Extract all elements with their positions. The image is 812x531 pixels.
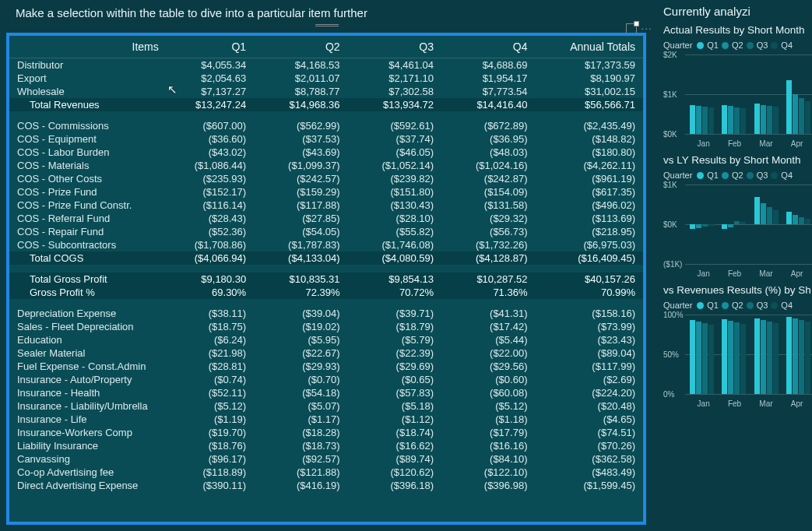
bar[interactable] (786, 80, 792, 134)
bar[interactable] (754, 104, 760, 134)
bar[interactable] (740, 324, 746, 394)
legend-item[interactable]: Q4 (781, 40, 793, 50)
legend-item[interactable]: Q2 (732, 40, 743, 50)
bar[interactable] (761, 203, 766, 224)
legend-item[interactable]: Q1 (707, 171, 719, 180)
column-header-items[interactable]: Items (9, 36, 168, 58)
bar[interactable] (728, 321, 733, 394)
table-row[interactable]: Liability Insurance($18.76)($18.73)($16.… (9, 439, 643, 452)
table-row[interactable]: Gross Profit %69.30%72.39%70.72%71.36%70… (9, 286, 643, 299)
legend-swatch-q3[interactable] (747, 302, 754, 309)
bar[interactable] (696, 322, 701, 394)
table-row[interactable]: Total Revenues$13,247.24$14,968.36$13,93… (9, 98, 643, 111)
bar[interactable] (761, 105, 766, 134)
legend-swatch-q2[interactable] (722, 172, 729, 179)
table-row[interactable]: Insurance - Life($1.19)($1.17)($1.12)($1… (9, 413, 643, 426)
bar-group[interactable] (753, 197, 780, 264)
bar[interactable] (773, 323, 779, 394)
bar-group[interactable] (688, 105, 715, 134)
bar[interactable] (761, 320, 766, 394)
bar[interactable] (722, 319, 727, 394)
legend-swatch-q2[interactable] (722, 302, 729, 309)
table-row[interactable]: COS - Prize Fund Constr.($116.14)($117.8… (9, 199, 643, 212)
legend-item[interactable]: Q4 (781, 301, 793, 310)
bar[interactable] (702, 224, 708, 227)
table-row[interactable]: COS - Other Costs($235.93)($242.57)($239… (9, 172, 643, 185)
bar[interactable] (708, 107, 714, 134)
table-row[interactable]: COS - Materials($1,086.44)($1,099.37)($1… (9, 159, 643, 172)
table-row[interactable]: COS - Repair Fund($52.36)($54.05)($55.82… (9, 225, 643, 238)
legend-swatch-q1[interactable] (697, 42, 704, 49)
legend-item[interactable]: Q2 (732, 171, 743, 180)
bar-group[interactable] (785, 317, 812, 394)
table-row[interactable]: Canvassing($96.17)($92.57)($89.74)($84.1… (9, 452, 643, 466)
bar[interactable] (786, 317, 792, 394)
pnl-table[interactable]: ItemsQ1Q2Q3Q4Annual Totals Distributor$4… (9, 36, 643, 492)
table-row[interactable]: COS - Subcontractors($1,708.86)($1,787.8… (9, 238, 643, 251)
bar[interactable] (734, 107, 740, 134)
bar-group[interactable] (753, 318, 780, 394)
chart-legend[interactable]: QuarterQ1Q2Q3Q4 (663, 301, 812, 310)
bar[interactable] (740, 108, 746, 134)
legend-item[interactable]: Q1 (707, 40, 719, 50)
mini-chart[interactable]: Actual Results by Short MonthQuarterQ1Q2… (660, 24, 812, 148)
bar[interactable] (722, 224, 727, 229)
legend-swatch-q4[interactable] (771, 302, 778, 309)
bar[interactable] (728, 106, 733, 134)
bar[interactable] (799, 320, 804, 394)
bar[interactable] (767, 322, 772, 394)
table-row[interactable]: COS - Equipment($36.60)($37.53)($37.74)(… (9, 132, 643, 146)
column-header-q2[interactable]: Q2 (254, 36, 347, 58)
legend-item[interactable]: Q1 (707, 301, 719, 310)
bar[interactable] (805, 219, 810, 224)
bar[interactable] (728, 224, 733, 227)
bar[interactable] (696, 224, 701, 228)
bar[interactable] (708, 224, 714, 226)
table-row[interactable]: Sealer Material($21.98)($22.67)($22.39)(… (9, 346, 643, 360)
column-header-q4[interactable]: Q4 (441, 36, 535, 58)
legend-swatch-q3[interactable] (747, 172, 754, 179)
table-row[interactable]: Wholesale$7,137.27$8,788.77$7,302.58$7,7… (9, 85, 643, 98)
table-row[interactable]: Co-op Advertising fee($118.89)($121.88)(… (9, 466, 643, 479)
mini-chart[interactable]: vs LY Results by Short MonthQuarterQ1Q2Q… (660, 154, 812, 278)
legend-swatch-q1[interactable] (697, 302, 704, 309)
mini-chart[interactable]: vs Revenues Results (%) by ShQuarterQ1Q2… (660, 284, 812, 408)
bar[interactable] (754, 197, 760, 224)
chart-legend[interactable]: QuarterQ1Q2Q3Q4 (663, 40, 812, 50)
bar[interactable] (722, 105, 727, 134)
table-row[interactable]: Education($6.24)($5.95)($5.79)($5.44)($2… (9, 333, 643, 346)
table-row[interactable]: Distributor$4,055.34$4,168.53$4,461.04$4… (9, 58, 643, 72)
legend-swatch-q2[interactable] (722, 42, 729, 49)
legend-item[interactable]: Q4 (781, 171, 793, 180)
legend-item[interactable]: Q2 (732, 301, 743, 310)
bar[interactable] (702, 107, 708, 134)
table-row[interactable]: Insurance - Health($52.11)($54.18)($57.8… (9, 386, 643, 399)
table-row[interactable]: COS - Labor Burden($43.02)($43.69)($46.0… (9, 146, 643, 159)
table-row[interactable]: Export$2,054.63$2,011.07$2,171.10$1,954.… (9, 72, 643, 85)
bar[interactable] (799, 217, 804, 224)
bar-group[interactable] (785, 80, 812, 134)
column-header-q3[interactable]: Q3 (348, 36, 441, 58)
bar-group[interactable] (688, 320, 715, 394)
bar[interactable] (799, 98, 804, 134)
bar[interactable] (805, 101, 810, 134)
bar-group[interactable] (688, 224, 715, 264)
bar[interactable] (773, 107, 779, 134)
bar[interactable] (708, 325, 714, 394)
column-header-q1[interactable]: Q1 (168, 36, 254, 58)
bar[interactable] (805, 322, 810, 394)
bar[interactable] (734, 221, 740, 224)
bar[interactable] (734, 322, 740, 394)
bar[interactable] (793, 215, 798, 224)
table-row[interactable]: Insurance-Workers Comp($19.70)($18.28)($… (9, 426, 643, 439)
table-row[interactable]: Depreciation Expense($38.11)($39.04)($39… (9, 307, 643, 320)
table-row[interactable]: Insurance - Auto/Property($0.74)($0.70)(… (9, 373, 643, 386)
bar-group[interactable] (753, 104, 780, 134)
table-row[interactable]: Total Gross Profit$9,180.30$10,835.31$9,… (9, 273, 643, 286)
table-row[interactable]: COS - Referral Fund($28.43)($27.85)($28.… (9, 212, 643, 225)
bar-group[interactable] (720, 319, 747, 394)
legend-item[interactable]: Q3 (757, 171, 768, 180)
bar[interactable] (773, 210, 779, 224)
table-row[interactable]: Sales - Fleet Depreciation($18.75)($19.0… (9, 320, 643, 333)
legend-swatch-q4[interactable] (771, 42, 778, 49)
